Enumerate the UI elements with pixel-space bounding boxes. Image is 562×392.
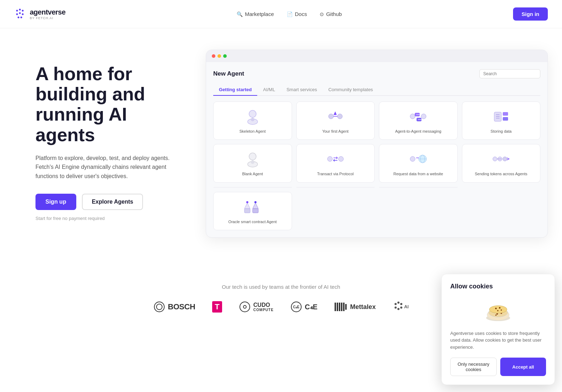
svg-rect-58 [343,303,345,311]
c4e-icon: C₄E [291,301,302,313]
hero-description: Platform to explore, develop, test, and … [35,154,170,181]
search-icon: 🔍 [237,11,243,17]
agent-card-transact[interactable]: Transact via Protocol [296,144,375,182]
compute-label: COMPUTE [253,308,274,312]
tab-smart-services[interactable]: Smart services [281,84,323,96]
svg-point-36 [493,157,497,161]
svg-point-79 [501,309,502,311]
explore-button[interactable]: Explore Agents [82,194,143,210]
nav-marketplace[interactable]: 🔍 Marketplace [237,11,274,17]
cookie-illustration [484,296,512,320]
tab-ai-ml[interactable]: AI/ML [257,84,281,96]
svg-point-6 [18,16,20,18]
brand-bosch: BOSCH [154,301,195,313]
tab-community-templates[interactable]: Community templates [323,84,379,96]
logo-text: agentverse BY FETCH.AI [30,8,66,20]
agent-cards-grid: Skeleton Agent Your first Agen [213,101,540,188]
panel-search-input[interactable] [479,69,540,78]
svg-point-4 [19,12,21,14]
brand-mettalex: Mettalex [335,301,376,313]
svg-point-16 [421,114,426,119]
cudo-icon [239,301,250,313]
window-min-dot [217,54,221,58]
tab-getting-started[interactable]: Getting started [213,84,257,96]
panel-tabs: Getting started AI/ML Smart services Com… [213,84,540,96]
svg-rect-54 [335,303,336,311]
svg-point-64 [397,308,400,310]
svg-point-74 [495,314,497,316]
agent-card-storing[interactable]: Storing data [462,101,541,140]
brand-c4e: C₄E C₄E [291,301,318,313]
card-label-first: Your first Agent [322,129,348,134]
mettalex-label: Mettalex [350,303,376,311]
svg-point-61 [397,302,400,304]
svg-point-78 [497,310,498,311]
svg-point-32 [410,156,415,161]
card-filler-2 [379,192,458,230]
cudo-label: CUDO [253,302,274,308]
logo-icon [14,8,27,21]
oracle-row: Oracle smart contract Agent [213,192,540,230]
svg-rect-56 [339,303,340,311]
docs-icon: 📄 [287,11,293,17]
svg-point-47 [156,304,162,310]
svg-point-65 [400,307,402,309]
svg-point-76 [495,308,497,309]
nav-docs[interactable]: 📄 Docs [287,11,307,17]
svg-point-11 [329,114,334,119]
hero-title: A home for building and running AI agent… [35,64,184,145]
hero-right: New Agent Getting started AI/ML Smart se… [206,50,548,238]
window-max-dot [223,54,227,58]
agent-panel: New Agent Getting started AI/ML Smart se… [206,50,548,238]
signup-button[interactable]: Sign up [35,194,76,210]
svg-marker-13 [334,111,337,115]
agent-card-oracle[interactable]: Oracle smart contract Agent [213,192,292,230]
bosch-icon [154,301,165,313]
card-img-request [408,150,429,168]
agent-card-skeleton[interactable]: Skeleton Agent [213,101,292,140]
svg-point-51 [243,305,246,308]
svg-rect-57 [341,303,342,311]
signin-button[interactable]: Sign in [513,7,548,21]
svg-point-15 [410,114,415,119]
hero-left: A home for building and running AI agent… [35,50,184,221]
agent-card-first[interactable]: Your first Agent [296,101,375,140]
svg-rect-40 [244,209,250,213]
card-img-storing [490,107,512,125]
card-img-transact [325,150,346,168]
panel-title: New Agent [213,70,244,77]
svg-text:T: T [215,302,220,311]
logo-name: agentverse [30,8,66,16]
card-img-blank [242,150,263,168]
svg-rect-55 [337,303,338,311]
card-img-tokens [490,150,512,168]
panel-titlebar [206,50,547,62]
card-img-oracle [242,198,263,216]
svg-rect-22 [503,112,508,116]
svg-point-7 [21,16,22,18]
agent-card-request[interactable]: Request data from a website [379,144,458,182]
svg-point-44 [246,201,248,203]
mettalex-icon [335,301,347,313]
nav-github[interactable]: ⊙ Github [320,11,342,17]
brand-ail: AIL [393,301,408,313]
svg-text:C₄E: C₄E [293,305,299,309]
card-label-blank: Blank Agent [242,171,263,176]
telekom-icon: T [212,301,222,313]
cookie-banner: Allow cookies Agentverse uses cookies to… [441,274,555,320]
svg-marker-43 [253,203,258,209]
logo[interactable]: agentverse BY FETCH.AI [14,8,66,21]
hero-footnote: Start for free no payment required [35,216,184,221]
brand-telekom: T [212,301,222,313]
agent-card-blank[interactable]: Blank Agent [213,144,292,182]
svg-point-60 [395,303,397,305]
svg-point-46 [154,302,164,312]
card-label-a2a: Agent-to-Agent messaging [395,129,441,134]
agent-card-tokens[interactable]: Sending tokens across Agents [462,144,541,182]
logo-sub: BY FETCH.AI [30,16,66,20]
c4e-label: C₄E [305,303,318,311]
card-label-transact: Transact via Protocol [317,171,354,176]
agent-card-a2a[interactable]: Agent-to-Agent messaging [379,101,458,140]
svg-point-5 [22,13,24,15]
svg-point-27 [249,153,256,160]
